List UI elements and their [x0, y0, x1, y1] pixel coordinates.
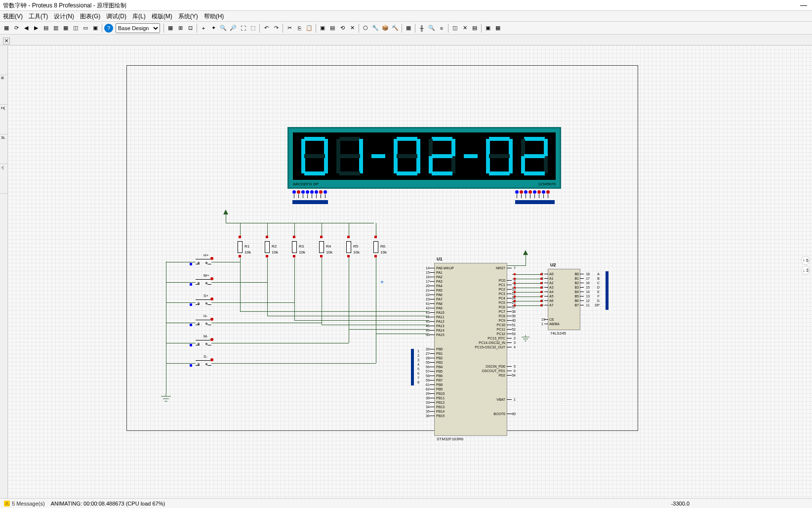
schematic-canvas[interactable]: ABCDEFG DP 12345678 U1 STM32F103R6 14PA0…	[8, 45, 812, 498]
tool-icon[interactable]: ▤	[41, 24, 50, 33]
menu-view[interactable]: 视图(V)	[0, 12, 26, 20]
erc-icon[interactable]: ▣	[484, 24, 492, 33]
menu-template[interactable]: 模版(M)	[149, 12, 175, 20]
toolbar: ▦ ⟳ ◀ ▶ ▤ ▥ ▦ ◫ ▭ ▣ ? Base Design ▦ ⊞ ⊡ …	[0, 22, 812, 35]
netlist-icon[interactable]: ▦	[493, 24, 502, 33]
chip-u2-74ls245[interactable]: U2 74LS245 2A03A14A25A36A47A58A69A719CE1…	[548, 269, 580, 330]
status-coordinates: -3300.0	[671, 501, 690, 507]
make-icon[interactable]: 🔧	[371, 24, 380, 33]
pin-label-digits: 12345678	[538, 182, 556, 186]
sidebar-overview[interactable]	[0, 45, 7, 75]
chip-u1-stm32[interactable]: U1 STM32F103R6 14PA0-WKUP15PA116PA217PA3…	[434, 263, 507, 436]
resistor-R4[interactable]	[319, 241, 324, 253]
wire	[226, 223, 374, 223]
tool-icon[interactable]: ▦	[166, 24, 175, 33]
design-select[interactable]: Base Design	[116, 23, 160, 33]
nav-down-button[interactable]: ↓ 3	[801, 266, 810, 275]
menu-library[interactable]: 库(L)	[129, 12, 149, 20]
sidebar-item[interactable]: -(	[0, 164, 7, 194]
pin-label-segments: ABCDEFG DP	[293, 182, 319, 186]
menu-help[interactable]: 帮助(H)	[201, 12, 227, 20]
cut-icon[interactable]: ✂	[285, 24, 294, 33]
decomp-icon[interactable]: 🔨	[391, 24, 400, 33]
tool-icon[interactable]: ▣	[91, 24, 100, 33]
help-icon[interactable]: ?	[104, 24, 113, 33]
wire	[166, 261, 166, 393]
status-animation: ANIMATING: 00:00:08.488673 (CPU load 67%…	[51, 501, 165, 507]
zoom-region-icon[interactable]: ⬚	[248, 24, 257, 33]
wire-icon[interactable]: ╫	[417, 24, 426, 33]
menu-design[interactable]: 设计(N)	[51, 12, 77, 20]
resistor-R6[interactable]	[373, 241, 378, 253]
tool-icon[interactable]: ⊞	[176, 24, 185, 33]
redo-icon[interactable]: ↷	[272, 24, 281, 33]
toggle-icon[interactable]: ▦	[404, 24, 413, 33]
vcc-symbol	[223, 210, 228, 214]
side-toolbar: ⊞ H( 3L -(	[0, 45, 8, 498]
zoom-in-icon[interactable]: 🔍	[219, 24, 228, 33]
tool-icon[interactable]: +	[199, 24, 208, 33]
warning-icon: ⚠	[4, 501, 10, 507]
resistor-R1[interactable]	[238, 241, 243, 253]
search-icon[interactable]: 🔍	[427, 24, 436, 33]
undo-icon[interactable]: ↶	[262, 24, 271, 33]
wire	[526, 255, 526, 266]
prop-icon[interactable]: ≡	[437, 24, 446, 33]
display-digit-pins	[515, 190, 555, 204]
pkg-icon[interactable]: 📦	[381, 24, 390, 33]
status-messages[interactable]: ⚠ 5 Message(s)	[4, 501, 45, 507]
tool-icon[interactable]: ⟳	[12, 24, 21, 33]
new-icon[interactable]: ◫	[450, 24, 459, 33]
crosshair-cursor: +	[380, 279, 384, 286]
sidebar-item[interactable]: H(	[0, 105, 7, 134]
block-copy-icon[interactable]: ▣	[318, 24, 327, 33]
ground-symbol	[161, 393, 171, 404]
tab-bar: ✕	[0, 35, 812, 45]
tool-icon[interactable]: ▭	[81, 24, 90, 33]
tool-icon[interactable]: ▦	[61, 24, 70, 33]
menu-bar: 视图(V) 工具(T) 设计(N) 图表(G) 调试(D) 库(L) 模版(M)…	[0, 11, 812, 22]
paste-icon[interactable]: 📋	[305, 24, 314, 33]
cross-icon[interactable]: ✕	[460, 24, 469, 33]
ground-symbol	[522, 335, 529, 344]
bus-bar	[606, 271, 609, 310]
block-move-icon[interactable]: ▤	[328, 24, 337, 33]
resistor-R5[interactable]	[346, 241, 351, 253]
tool-icon[interactable]: ▥	[51, 24, 60, 33]
bus-bar	[411, 349, 414, 385]
title-bar: 管数字钟 - Proteus 8 Professional - 原理图绘制 —	[0, 0, 812, 11]
display-segment-pins	[292, 190, 328, 204]
menu-debug[interactable]: 调试(D)	[103, 12, 129, 20]
menu-tools[interactable]: 工具(T)	[26, 12, 51, 20]
seven-seg-display[interactable]: ABCDEFG DP 12345678	[287, 127, 561, 189]
copy-icon[interactable]: ⎘	[295, 24, 304, 33]
sidebar-item[interactable]: 3L	[0, 134, 7, 164]
tab-close-button[interactable]: ✕	[3, 38, 10, 44]
zoom-out-icon[interactable]: 🔎	[229, 24, 238, 33]
menu-graph[interactable]: 图表(G)	[77, 12, 103, 20]
carousel-nav: ↑ 5 ↓ 3	[801, 256, 810, 275]
tool-icon[interactable]: ◫	[71, 24, 80, 33]
tool-icon[interactable]: ▶	[32, 24, 41, 33]
sidebar-devices[interactable]: ⊞	[0, 75, 7, 105]
tool-icon[interactable]: ◀	[22, 24, 31, 33]
block-delete-icon[interactable]: ✕	[348, 24, 357, 33]
block-rotate-icon[interactable]: ⟲	[338, 24, 347, 33]
resistor-R3[interactable]	[292, 241, 297, 253]
pick-icon[interactable]: ⬡	[361, 24, 370, 33]
wire	[226, 214, 226, 223]
wire	[507, 265, 526, 266]
vcc-symbol	[523, 250, 528, 255]
resistor-R2[interactable]	[265, 241, 270, 253]
window-title: 管数字钟 - Proteus 8 Professional - 原理图绘制	[3, 2, 126, 9]
status-bar: ⚠ 5 Message(s) ANIMATING: 00:00:08.48867…	[0, 498, 812, 508]
nav-up-button[interactable]: ↑ 5	[801, 256, 810, 265]
bom-icon[interactable]: ▤	[470, 24, 479, 33]
zoom-fit-icon[interactable]: ⛶	[239, 24, 247, 33]
menu-system[interactable]: 系统(Y)	[175, 12, 201, 20]
tool-icon[interactable]: ⊡	[186, 24, 195, 33]
zoom-center-icon[interactable]: ✦	[209, 24, 218, 33]
tool-icon[interactable]: ▦	[2, 24, 11, 33]
minimize-icon[interactable]: —	[800, 1, 807, 9]
